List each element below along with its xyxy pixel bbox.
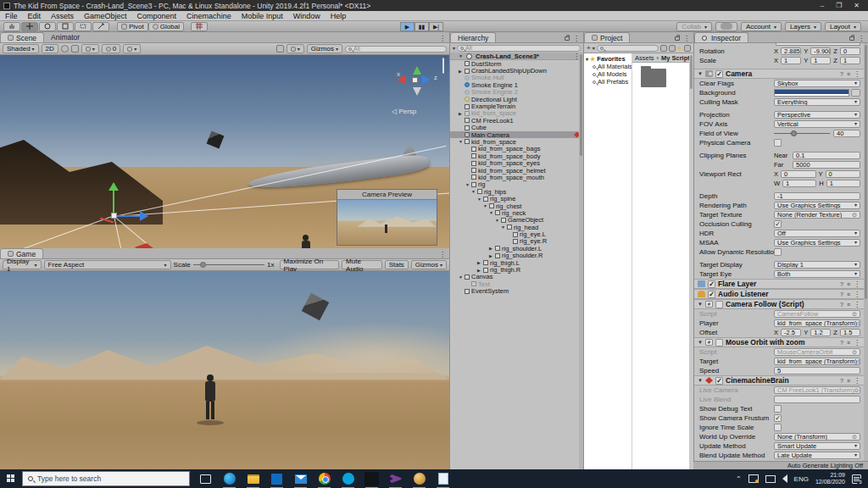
scene-lock-icon[interactable] xyxy=(442,58,444,74)
show-camera-frustum-checkbox[interactable]: ✓ xyxy=(774,414,782,422)
move-gizmo-center[interactable] xyxy=(111,213,117,219)
auto-generate-lighting-toggle[interactable]: Auto Generate Lighting Off xyxy=(787,462,863,469)
favorites-item[interactable]: All Materials xyxy=(584,63,632,70)
mouse-orbit-enabled-checkbox[interactable] xyxy=(715,339,723,347)
cinemachine-brain-header[interactable]: ▼ ✓ CinemachineBrain ?≡⋮ xyxy=(694,375,864,385)
target-eye-dropdown[interactable]: Both▾ xyxy=(774,270,860,278)
tab-animator[interactable]: Animator xyxy=(44,32,86,42)
taskbar-app-icon[interactable] xyxy=(270,472,284,486)
2d-toggle[interactable]: 2D xyxy=(42,44,58,53)
component-menu-icon[interactable]: ⋮ xyxy=(854,339,860,347)
fov-slider[interactable] xyxy=(774,133,830,134)
fov-axis-dropdown[interactable]: Vertical▾ xyxy=(774,120,860,128)
inspector-scrollbar[interactable] xyxy=(864,43,868,461)
tray-clock[interactable]: 21:09 12/08/2020 xyxy=(815,472,845,485)
tab-project[interactable]: Project xyxy=(584,32,630,42)
eyedropper-icon[interactable] xyxy=(851,89,860,97)
search-by-type-icon[interactable] xyxy=(660,45,667,52)
script-field[interactable]: CameraFollow⊙ xyxy=(774,310,860,318)
preset-icon[interactable]: ≡ xyxy=(847,340,850,346)
hierarchy-item[interactable]: ▼ rig_hips xyxy=(450,188,583,195)
hierarchy-item[interactable]: ExampleTerrain xyxy=(450,103,583,109)
search-by-label-icon[interactable] xyxy=(669,45,676,52)
scene-tools-icon[interactable] xyxy=(276,45,284,53)
fov-value-field[interactable]: 40 xyxy=(833,130,860,137)
preset-icon[interactable]: ≡ xyxy=(847,378,850,384)
rect-tool-icon[interactable] xyxy=(75,22,92,31)
axis-center-cube[interactable] xyxy=(412,77,418,83)
tray-network-icon[interactable] xyxy=(765,475,776,483)
viewport-w-field[interactable]: 1 xyxy=(782,180,816,187)
update-method-dropdown[interactable]: Smart Update▾ xyxy=(774,442,860,450)
restore-button[interactable]: ❐ xyxy=(836,2,842,9)
inspector-menu-icon[interactable]: ⋮ xyxy=(858,35,865,42)
collab-dropdown[interactable]: Collab▾ xyxy=(676,22,712,31)
target-object-field[interactable]: kid_from_space (Transform)⊙ xyxy=(774,358,860,365)
scale-z-field[interactable]: 1 xyxy=(840,57,860,64)
help-icon[interactable]: ? xyxy=(840,291,843,297)
preset-icon[interactable]: ≡ xyxy=(847,302,850,308)
expand-arrow-icon[interactable]: ▼ xyxy=(459,274,465,280)
taskbar-app-icon[interactable] xyxy=(222,472,236,486)
project-add-dropdown-icon[interactable]: ▾ xyxy=(593,45,595,51)
scene-viewport[interactable]: ⚙ X Z ◁ Persp Camera Preview xyxy=(0,55,449,248)
hierarchy-item[interactable]: ▼ Canvas xyxy=(450,274,583,280)
expand-arrow-icon[interactable]: ▼ xyxy=(471,189,477,194)
effects-dropdown[interactable]: ▾ xyxy=(81,44,99,53)
step-button[interactable]: ▶| xyxy=(429,22,443,31)
camera-follow-enabled-checkbox[interactable] xyxy=(715,301,723,308)
culling-mask-dropdown[interactable]: Everything▾ xyxy=(774,98,860,106)
mute-audio-toggle[interactable]: Mute Audio xyxy=(342,260,382,269)
expand-arrow-icon[interactable]: ▶ xyxy=(477,268,483,273)
hierarchy-item[interactable]: ▶ CrashLandedShipUpDown xyxy=(450,67,583,74)
favorites-header[interactable]: ▾★ Favorites xyxy=(584,55,632,63)
clear-flags-dropdown[interactable]: Skybox▾ xyxy=(774,80,860,87)
physical-camera-checkbox[interactable] xyxy=(774,139,782,147)
hierarchy-item[interactable]: Cube xyxy=(450,125,583,131)
stats-toggle[interactable]: Stats xyxy=(385,260,409,269)
msaa-dropdown[interactable]: Use Graphics Settings▾ xyxy=(774,239,860,247)
move-tool-icon[interactable] xyxy=(21,22,38,31)
notification-center-icon[interactable]: 3 xyxy=(852,474,861,484)
hierarchy-lock-icon[interactable] xyxy=(565,36,570,41)
scale-y-field[interactable]: 1 xyxy=(810,57,831,64)
rendering-path-dropdown[interactable]: Use Graphics Settings▾ xyxy=(774,202,860,209)
offset-y-field[interactable]: 1.2 xyxy=(810,329,831,336)
expand-arrow-icon[interactable]: ▼ xyxy=(501,225,507,230)
camera-follow-header[interactable]: ▼# Camera Follow (Script) ?≡⋮ xyxy=(694,299,864,309)
player-object-field[interactable]: kid_from_space (Transform)⊙ xyxy=(774,319,860,327)
layout-dropdown[interactable]: Layout▾ xyxy=(825,22,861,31)
hierarchy-menu-icon[interactable]: ⋮ xyxy=(573,35,580,42)
preset-icon[interactable]: ≡ xyxy=(847,71,850,77)
scene-audio-icon[interactable] xyxy=(71,45,79,53)
show-debug-text-checkbox[interactable] xyxy=(774,405,782,413)
ignore-time-scale-checkbox[interactable] xyxy=(774,424,782,431)
folder-icon[interactable] xyxy=(641,69,666,87)
mouse-orbit-header[interactable]: ▼# Mouse Orbit with zoom ?≡⋮ xyxy=(694,337,864,347)
world-up-override-field[interactable]: None (Transform)⊙ xyxy=(774,433,860,441)
component-menu-icon[interactable]: ⋮ xyxy=(854,280,860,288)
play-button[interactable]: ▶ xyxy=(400,22,415,31)
move-gizmo-z-axis[interactable] xyxy=(117,215,141,217)
orientation-gizmo[interactable]: X Z xyxy=(395,62,439,106)
audio-listener-header[interactable]: ✓ Audio Listener ?≡⋮ xyxy=(694,289,864,299)
scale-x-field[interactable]: 1 xyxy=(781,57,801,64)
hierarchy-item[interactable]: Main Camera xyxy=(450,131,583,138)
blend-update-method-dropdown[interactable]: Late Update▾ xyxy=(774,452,860,459)
tray-expand-icon[interactable]: ⌃ xyxy=(736,475,742,483)
saved-search-star-icon[interactable]: ★ xyxy=(677,45,682,52)
rotation-y-field[interactable]: -9.90000 xyxy=(810,47,831,55)
expand-arrow-icon[interactable]: ▶ xyxy=(459,111,465,116)
favorites-item[interactable]: All Models xyxy=(584,70,632,78)
close-button[interactable]: ✕ xyxy=(854,2,860,9)
transform-tool-icon[interactable] xyxy=(92,22,109,31)
component-menu-icon[interactable]: ⋮ xyxy=(854,70,860,78)
rotation-z-field[interactable]: 0 xyxy=(840,47,860,55)
background-color-swatch[interactable] xyxy=(774,89,849,97)
hierarchy-item[interactable]: CM FreeLook1 xyxy=(450,117,583,124)
scene-character[interactable] xyxy=(298,235,314,248)
camera-component-header[interactable]: ▼ ✓ Camera ?≡⋮ xyxy=(694,69,864,79)
flare-layer-header[interactable]: ✓ Flare Layer ?≡⋮ xyxy=(694,279,864,289)
game-tab-menu-icon[interactable]: ⋮ xyxy=(439,251,446,258)
expand-arrow-icon[interactable]: ▼ xyxy=(459,139,465,144)
